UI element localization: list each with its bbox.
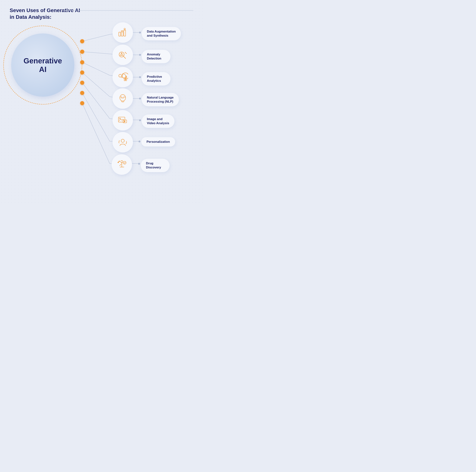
svg-line-0 <box>82 34 110 41</box>
label-drug-discovery: DrugDiscovery <box>141 159 170 172</box>
main-container: Seven Uses of Generative AI in Data Anal… <box>0 0 204 204</box>
icon-circle-personalization <box>113 132 133 152</box>
gray-dot-7 <box>138 163 140 165</box>
icon-circle-anomaly <box>113 45 133 65</box>
svg-line-3 <box>82 52 110 54</box>
icon-circle-predictive <box>113 67 133 87</box>
svg-point-46 <box>121 139 124 142</box>
gray-dot-2 <box>139 54 141 56</box>
label-personalization: Personalization <box>141 137 175 147</box>
title-divider <box>63 10 193 11</box>
svg-line-35 <box>125 53 126 53</box>
svg-rect-21 <box>119 32 121 36</box>
title-line2: in Data Analysis: <box>10 14 51 20</box>
svg-line-12 <box>82 83 110 118</box>
label-predictive: PredictiveAnalytics <box>142 72 170 85</box>
label-data-augmentation: Data Augmentationand Synthesis <box>142 27 181 40</box>
label-anomaly: AnomalyDetection <box>142 50 170 63</box>
connector-dot-7 <box>80 101 84 105</box>
connector-dot-4 <box>80 70 84 75</box>
svg-line-29 <box>123 56 126 59</box>
page-title: Seven Uses of Generative AI in Data Anal… <box>10 7 80 21</box>
svg-point-24 <box>124 28 125 30</box>
svg-marker-48 <box>126 144 127 144</box>
svg-marker-47 <box>119 140 119 141</box>
svg-line-39 <box>121 77 122 78</box>
icon-circle-image-video <box>113 110 133 131</box>
connector-dot-5 <box>80 81 84 85</box>
svg-rect-36 <box>124 78 125 81</box>
connector-dot-3 <box>80 60 84 64</box>
gray-dot-5 <box>139 119 141 121</box>
svg-line-15 <box>82 93 110 141</box>
label-image-video: Image andVideo Analysis <box>142 115 174 128</box>
svg-point-33 <box>125 52 126 53</box>
connector-dot-1 <box>80 39 84 43</box>
svg-rect-42 <box>119 117 125 122</box>
gray-dot-4 <box>139 98 141 100</box>
center-label: GenerativeAI <box>24 56 62 74</box>
gray-dot-6 <box>138 140 140 142</box>
svg-line-52 <box>119 164 121 166</box>
svg-text:NLP: NLP <box>121 97 124 99</box>
svg-line-18 <box>82 103 110 164</box>
personalization-icon <box>117 137 128 148</box>
drug-discovery-icon <box>116 159 127 170</box>
svg-line-9 <box>82 72 110 97</box>
svg-line-6 <box>82 62 110 75</box>
gray-dot-3 <box>139 76 141 78</box>
icon-circle-data-augmentation <box>113 22 133 43</box>
predictive-analytics-icon <box>117 72 128 83</box>
connector-dot-2 <box>80 50 84 54</box>
svg-point-43 <box>119 118 120 119</box>
connector-dot-6 <box>80 91 84 95</box>
image-video-icon <box>117 115 128 126</box>
svg-point-32 <box>121 55 122 55</box>
nlp-icon: NLP <box>117 93 128 104</box>
center-circle: GenerativeAI <box>11 34 74 97</box>
anomaly-detection-icon <box>117 50 128 60</box>
icon-circle-drug-discovery <box>112 154 132 175</box>
icon-circle-nlp: NLP <box>113 88 133 109</box>
data-augmentation-icon <box>117 27 128 38</box>
svg-point-53 <box>123 161 126 164</box>
gray-dot-1 <box>139 32 141 34</box>
svg-rect-23 <box>124 30 126 36</box>
label-nlp: Natural LanguageProcessing (NLP) <box>142 93 179 106</box>
